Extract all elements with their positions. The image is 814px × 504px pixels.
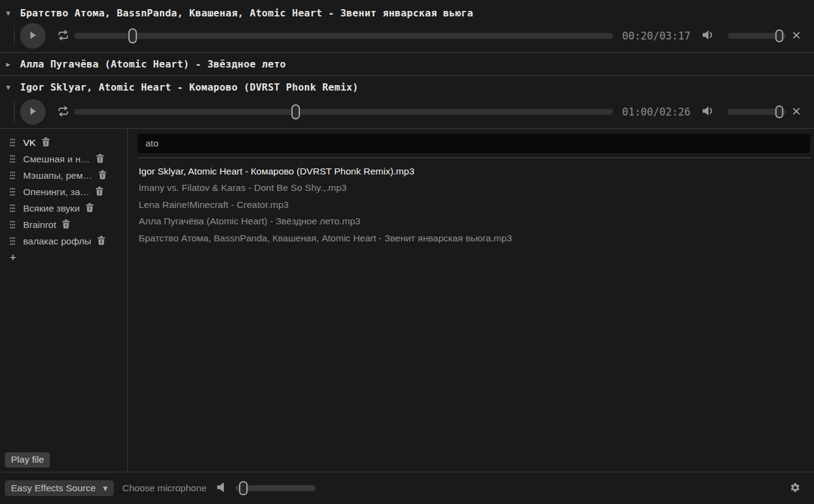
trash-icon [99, 170, 106, 181]
volume-slider[interactable] [728, 103, 786, 120]
track-1-header[interactable]: ▼ Братство Атома, BassnPanda, Квашеная, … [0, 4, 814, 22]
drag-handle-icon[interactable] [10, 237, 15, 245]
indent-line [14, 26, 15, 46]
repeat-button[interactable] [57, 30, 69, 43]
track-1-title: Братство Атома, BassnPanda, Квашеная, At… [20, 7, 473, 19]
play-icon [29, 107, 37, 117]
search-underline [137, 157, 810, 158]
trash-icon [97, 236, 105, 247]
search-input[interactable] [137, 134, 810, 153]
chevron-down-icon: ▼ [103, 485, 108, 492]
delete-playlist-button[interactable] [99, 170, 106, 181]
trash-icon [42, 137, 50, 148]
volume-button[interactable] [701, 29, 714, 43]
play-file-button[interactable]: Play file [5, 452, 50, 468]
file-item[interactable]: Братство Атома, BassnPanda, Квашеная, At… [137, 230, 810, 246]
play-icon [29, 31, 37, 41]
close-track-button[interactable] [792, 107, 801, 117]
repeat-button[interactable] [57, 106, 69, 119]
playlist-label: валакас рофлы [23, 236, 91, 247]
close-icon [792, 107, 801, 117]
track-3-player: 01:00/02:26 [0, 98, 814, 125]
audio-source-label: Easy Effects Source [11, 483, 96, 494]
file-item[interactable]: Lena Raine!Minecraft - Creator.mp3 [137, 196, 810, 213]
playlist-label: Мэшапы, рем… [23, 170, 92, 181]
soundboard-app: ▼ Братство Атома, BassnPanda, Квашеная, … [0, 0, 814, 504]
delete-playlist-button[interactable] [97, 236, 105, 247]
sidebar-item-valakas[interactable]: валакас рофлы [0, 233, 127, 249]
playlist-label: Смешная и н… [23, 154, 90, 165]
volume-handle[interactable] [776, 30, 784, 43]
volume-button[interactable] [701, 105, 714, 119]
mic-mute-button[interactable] [217, 482, 225, 494]
sidebar-item-smeshnaya[interactable]: Смешная и н… [0, 151, 127, 167]
sidebar-bottom: Play file [0, 452, 127, 472]
sidebar-item-sounds[interactable]: Всякие звуки [0, 200, 127, 216]
track-2: ▶ Алла Пугачёва (Atomic Heart) - Звёздно… [0, 53, 814, 76]
playlist-label: Всякие звуки [23, 203, 80, 214]
file-item[interactable]: Алла Пугачёва (Atomic Heart) - Звёздное … [137, 213, 810, 229]
delete-playlist-button[interactable] [62, 219, 70, 230]
add-playlist-button[interactable]: + [6, 250, 24, 265]
sidebar-item-openings[interactable]: Опенинги, за… [0, 184, 127, 200]
volume-handle[interactable] [776, 106, 784, 119]
mic-volume-handle[interactable] [239, 482, 248, 495]
sidebar-item-vk[interactable]: VK [0, 134, 127, 151]
sidebar-item-brainrot[interactable]: Brainrot [0, 216, 127, 233]
speaker-muted-icon [217, 482, 225, 494]
file-list: Igor Sklyar, Atomic Heart - Комарово (DV… [137, 163, 810, 246]
playlist-label: Brainrot [23, 219, 56, 230]
trash-icon [96, 187, 103, 198]
track-1-player: 00:20/03:17 [0, 22, 814, 49]
seek-track [74, 33, 613, 39]
time-display: 00:20/03:17 [622, 30, 691, 42]
track-player-list: ▼ Братство Атома, BassnPanda, Квашеная, … [0, 0, 814, 129]
trash-icon [96, 154, 104, 165]
audio-source-dropdown[interactable]: Easy Effects Source ▼ [5, 480, 114, 496]
track-1: ▼ Братство Атома, BassnPanda, Квашеная, … [0, 4, 814, 53]
drag-handle-icon[interactable] [10, 221, 15, 229]
file-item[interactable]: Imany vs. Filatov & Karas - Dont Be So S… [137, 179, 810, 196]
track-3-header[interactable]: ▼ Igor Sklyar, Atomic Heart - Комарово (… [0, 76, 814, 98]
delete-playlist-button[interactable] [86, 203, 94, 214]
seek-slider[interactable] [74, 103, 613, 120]
indent-line [14, 102, 15, 122]
drag-handle-icon[interactable] [10, 139, 15, 147]
seek-handle[interactable] [291, 105, 300, 120]
playlist-label: VK [23, 137, 36, 148]
drag-handle-icon[interactable] [10, 171, 15, 179]
drag-handle-icon[interactable] [10, 188, 15, 196]
seek-handle[interactable] [128, 29, 137, 44]
seek-slider[interactable] [74, 27, 613, 44]
close-icon [792, 31, 801, 41]
repeat-icon [57, 106, 69, 119]
time-display: 01:00/02:26 [622, 106, 691, 118]
expander-open-icon: ▼ [6, 85, 15, 91]
play-button[interactable] [20, 99, 46, 125]
expander-open-icon: ▼ [6, 10, 15, 16]
drag-handle-icon[interactable] [10, 204, 15, 212]
close-track-button[interactable] [792, 31, 801, 41]
track-2-title: Алла Пугачёва (Atomic Heart) - Звёздное … [20, 58, 286, 70]
choose-microphone-label: Choose microphone [122, 483, 207, 494]
playlist-label: Опенинги, за… [23, 187, 89, 198]
settings-button[interactable] [790, 482, 801, 495]
play-button[interactable] [20, 23, 46, 49]
delete-playlist-button[interactable] [96, 187, 103, 198]
delete-playlist-button[interactable] [42, 137, 50, 148]
gear-icon [790, 482, 801, 495]
drag-handle-icon[interactable] [10, 155, 15, 163]
main-area: VK [0, 129, 814, 472]
sidebar-item-mashups[interactable]: Мэшапы, рем… [0, 167, 127, 184]
delete-playlist-button[interactable] [96, 154, 104, 165]
expander-closed-icon: ▶ [6, 61, 15, 67]
playlist-sidebar: VK [0, 129, 128, 472]
mic-volume-slider[interactable] [235, 480, 316, 497]
speaker-icon [701, 105, 714, 119]
file-item[interactable]: Igor Sklyar, Atomic Heart - Комарово (DV… [137, 163, 810, 179]
trash-icon [86, 203, 94, 214]
trash-icon [62, 219, 70, 230]
track-2-header[interactable]: ▶ Алла Пугачёва (Atomic Heart) - Звёздно… [0, 53, 814, 75]
speaker-icon [701, 29, 714, 43]
volume-slider[interactable] [728, 27, 786, 44]
